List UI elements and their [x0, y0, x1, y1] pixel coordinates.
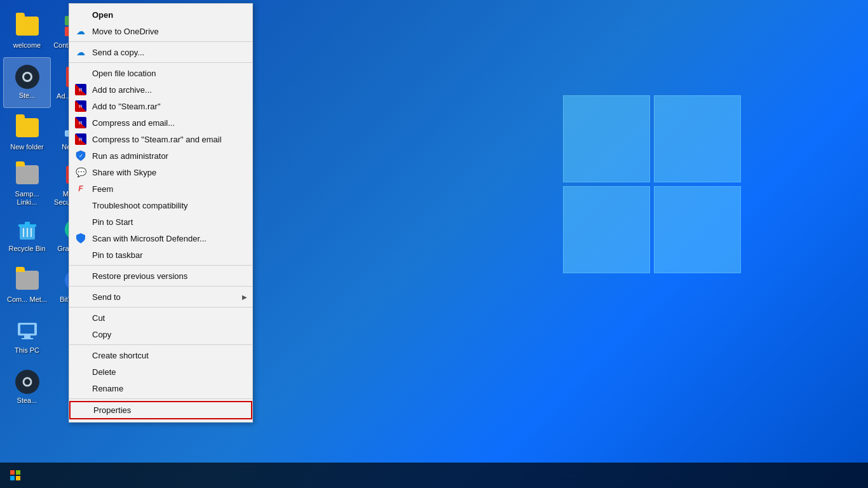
taskbar [0, 463, 868, 488]
this-pc-label: This PC [15, 346, 39, 355]
steam-icon [15, 65, 39, 89]
menu-label-delete: Delete [92, 367, 116, 377]
menu-item-scan-defender[interactable]: Scan with Microsoft Defender... [69, 230, 252, 247]
separator-4 [69, 286, 252, 287]
winrar-icon-3: R [74, 116, 87, 129]
recycle-bin-label: Recycle Bin [8, 245, 45, 253]
desktop-icon-new-folder[interactable]: New folder [3, 108, 51, 159]
winrar-icon-4: R [74, 133, 87, 146]
this-pc-icon [15, 318, 40, 344]
windows-logo [563, 95, 741, 273]
menu-item-send-to[interactable]: Send to ▶ [69, 288, 252, 305]
desktop-icon-sample[interactable]: Samp... Linki... [3, 159, 51, 210]
separator-5 [69, 307, 252, 308]
separator-6 [69, 344, 252, 345]
menu-label-compress-steam-email: Compress to "Steam.rar" and email [92, 135, 222, 144]
svg-text:✓: ✓ [79, 153, 83, 159]
svg-rect-12 [22, 338, 33, 339]
com-meta-icon [15, 268, 40, 293]
separator-2 [69, 62, 252, 63]
svg-rect-10 [20, 325, 34, 334]
menu-item-run-admin[interactable]: ✓ Run as administrator [69, 147, 252, 164]
menu-label-scan-defender: Scan with Microsoft Defender... [92, 234, 207, 243]
new-folder-label: New folder [10, 143, 44, 151]
menu-label-troubleshoot: Troubleshoot compatibility [92, 201, 188, 210]
welcome-icon [15, 13, 40, 39]
svg-rect-5 [25, 222, 30, 225]
svg-rect-36 [16, 470, 20, 475]
steam2-icon [15, 370, 39, 394]
menu-label-restore-versions: Restore previous versions [92, 271, 187, 281]
desktop-icon-steam2[interactable]: Stea... [3, 362, 51, 413]
menu-label-compress-email: Compress and email... [92, 118, 175, 128]
winrar-icon-2: R [74, 100, 87, 112]
menu-label-open-location: Open file location [92, 69, 156, 78]
menu-item-send-copy[interactable]: ☁ Send a copy... [69, 44, 252, 60]
menu-label-open: Open [92, 10, 113, 20]
menu-item-share-skype[interactable]: 💬 Share with Skype [69, 164, 252, 180]
menu-label-send-to: Send to [92, 292, 121, 302]
menu-item-add-steam-rar[interactable]: R Add to "Steam.rar" [69, 98, 252, 114]
menu-label-share-skype: Share with Skype [92, 168, 156, 177]
menu-label-rename: Rename [92, 384, 123, 393]
context-menu: Open ☁ Move to OneDrive ☁ Send a copy...… [69, 3, 253, 423]
menu-label-feem: Feem [92, 184, 113, 194]
menu-item-create-shortcut[interactable]: Create shortcut [69, 347, 252, 363]
menu-item-rename[interactable]: Rename [69, 380, 252, 396]
menu-item-compress-email[interactable]: R Compress and email... [69, 114, 252, 131]
menu-item-open-location[interactable]: Open file location [69, 65, 252, 81]
send-copy-icon: ☁ [74, 46, 87, 58]
skype-icon: 💬 [74, 166, 87, 179]
menu-item-pin-taskbar[interactable]: Pin to taskbar [69, 247, 252, 263]
svg-rect-38 [16, 476, 20, 480]
start-button[interactable] [0, 463, 31, 488]
desktop-icon-steam[interactable]: Ste... [3, 57, 51, 108]
desktop-icon-com-meta[interactable]: Com... Met... [3, 261, 51, 311]
defender-icon [74, 232, 87, 245]
menu-label-run-admin: Run as administrator [92, 151, 168, 161]
desktop-icon-recycle-bin[interactable]: Recycle Bin [3, 210, 51, 261]
menu-label-copy: Copy [92, 330, 111, 339]
menu-item-compress-steam-email[interactable]: R Compress to "Steam.rar" and email [69, 131, 252, 147]
shield-icon: ✓ [74, 149, 87, 162]
menu-item-delete[interactable]: Delete [69, 363, 252, 380]
menu-item-pin-start[interactable]: Pin to Start [69, 214, 252, 230]
sample-label: Samp... Linki... [6, 190, 48, 207]
submenu-arrow-icon: ▶ [242, 294, 247, 301]
menu-label-cut: Cut [92, 313, 105, 323]
menu-label-add-archive: Add to archive... [92, 85, 152, 95]
menu-item-properties[interactable]: Properties [69, 401, 252, 419]
com-meta-label: Com... Met... [7, 295, 47, 304]
menu-item-open[interactable]: Open [69, 6, 252, 23]
menu-item-copy[interactable]: Copy [69, 326, 252, 342]
menu-label-move-onedrive: Move to OneDrive [92, 27, 159, 36]
steam2-label: Stea... [17, 396, 37, 405]
separator-3 [69, 265, 252, 266]
svg-point-15 [24, 379, 30, 385]
menu-label-pin-taskbar: Pin to taskbar [92, 250, 143, 260]
menu-label-create-shortcut: Create shortcut [92, 351, 149, 360]
menu-item-cut[interactable]: Cut [69, 309, 252, 326]
menu-item-troubleshoot[interactable]: Troubleshoot compatibility [69, 197, 252, 214]
desktop-icon-this-pc[interactable]: This PC [3, 311, 51, 362]
desktop-icon-welcome[interactable]: welcome [3, 6, 51, 57]
menu-label-send-copy: Send a copy... [92, 48, 144, 57]
feem-icon: F [74, 182, 87, 195]
menu-item-feem[interactable]: F Feem [69, 180, 252, 197]
svg-rect-11 [24, 336, 31, 338]
steam-label: Ste... [19, 92, 36, 100]
winrar-icon-1: R [74, 83, 87, 96]
sample-icon [15, 162, 40, 187]
menu-label-properties: Properties [93, 405, 131, 415]
menu-label-add-steam-rar: Add to "Steam.rar" [92, 102, 161, 111]
menu-item-move-onedrive[interactable]: ☁ Move to OneDrive [69, 23, 252, 39]
svg-rect-37 [10, 476, 15, 480]
new-folder-icon [15, 115, 40, 140]
menu-item-add-archive[interactable]: R Add to archive... [69, 81, 252, 98]
svg-point-2 [24, 74, 31, 80]
welcome-label: welcome [13, 41, 41, 50]
recycle-bin-icon [15, 217, 40, 242]
separator-1 [69, 41, 252, 42]
onedrive-icon: ☁ [74, 25, 87, 37]
menu-item-restore-versions[interactable]: Restore previous versions [69, 268, 252, 284]
